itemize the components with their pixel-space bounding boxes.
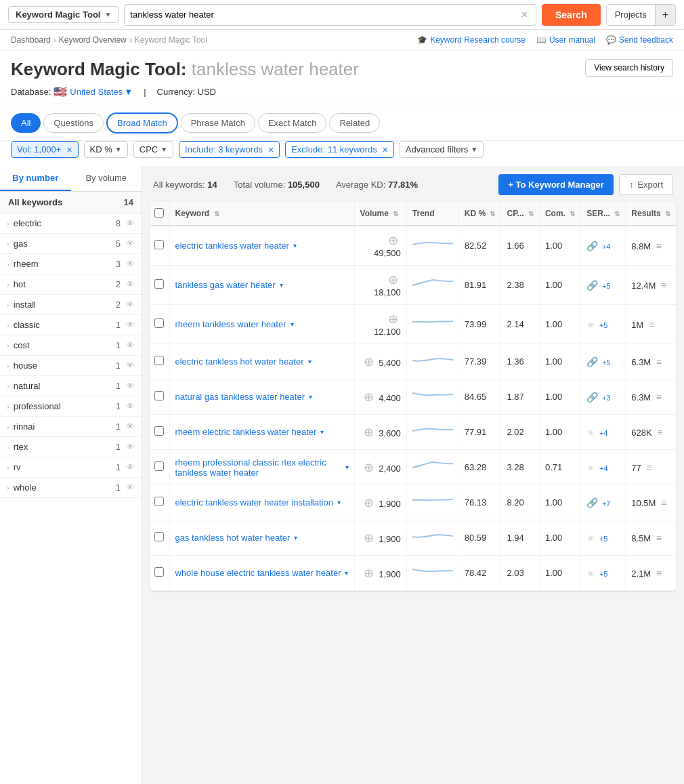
sidebar-item-install[interactable]: › install 2 👁 bbox=[0, 295, 142, 315]
select-all-checkbox[interactable] bbox=[154, 208, 164, 218]
eye-icon[interactable]: 👁 bbox=[126, 442, 135, 452]
sidebar-item-rtex[interactable]: › rtex 1 👁 bbox=[0, 437, 142, 457]
keyword-dropdown-icon[interactable]: ▾ bbox=[280, 281, 283, 289]
add-keyword-button[interactable]: ⊕ bbox=[364, 566, 374, 580]
keyword-link[interactable]: rheem tankless water heater bbox=[175, 319, 286, 329]
row-checkbox[interactable] bbox=[154, 532, 164, 541]
sidebar-item-whole[interactable]: › whole 1 👁 bbox=[0, 478, 142, 498]
sidebar-item-professional[interactable]: › professional 1 👁 bbox=[0, 396, 142, 417]
tab-related[interactable]: Related bbox=[329, 113, 380, 133]
sidebar-item-rheem[interactable]: › rheem 3 👁 bbox=[0, 254, 142, 274]
breadcrumb-keyword-overview[interactable]: Keyword Overview bbox=[59, 35, 127, 45]
eye-icon[interactable]: 👁 bbox=[126, 259, 135, 269]
serp-extra-badge[interactable]: +4 bbox=[599, 464, 608, 472]
clear-search-button[interactable]: × bbox=[519, 9, 530, 21]
keyword-link[interactable]: tankless gas water heater bbox=[175, 280, 276, 290]
sidebar-item-hot[interactable]: › hot 2 👁 bbox=[0, 274, 142, 295]
row-checkbox[interactable] bbox=[154, 356, 164, 365]
view-history-button[interactable]: View search history bbox=[585, 59, 673, 77]
keyword-dropdown-icon[interactable]: ▾ bbox=[309, 393, 312, 400]
th-com[interactable]: Com. ⇅ bbox=[539, 202, 580, 226]
send-feedback-link[interactable]: 💬 Send feedback bbox=[606, 35, 673, 45]
serp-extra-badge[interactable]: +5 bbox=[599, 535, 608, 543]
add-keyword-button[interactable]: ⊕ bbox=[388, 234, 398, 247]
add-to-manager-button[interactable]: + To Keyword Manager bbox=[498, 174, 614, 195]
row-checkbox[interactable] bbox=[154, 391, 164, 400]
keyword-link[interactable]: rheem professional classic rtex electric… bbox=[175, 457, 341, 478]
eye-icon[interactable]: 👁 bbox=[126, 218, 135, 228]
add-keyword-button[interactable]: ⊕ bbox=[364, 390, 374, 404]
serp-extra-badge[interactable]: +7 bbox=[602, 499, 611, 508]
th-volume[interactable]: Volume ⇅ bbox=[354, 202, 406, 226]
keyword-link[interactable]: gas tankless hot water heater bbox=[175, 533, 291, 543]
eye-icon[interactable]: 👁 bbox=[126, 239, 135, 249]
vol-filter-clear-icon[interactable]: × bbox=[66, 145, 72, 154]
eye-icon[interactable]: 👁 bbox=[126, 462, 135, 472]
keyword-dropdown-icon[interactable]: ▾ bbox=[345, 463, 349, 471]
add-keyword-button[interactable]: ⊕ bbox=[364, 426, 374, 439]
eye-icon[interactable]: 👁 bbox=[126, 320, 135, 330]
sidebar-item-gas[interactable]: › gas 5 👁 bbox=[0, 234, 142, 254]
add-keyword-button[interactable]: ⊕ bbox=[364, 355, 374, 369]
add-keyword-button[interactable]: ⊕ bbox=[364, 461, 374, 474]
sidebar-item-cost[interactable]: › cost 1 👁 bbox=[0, 335, 142, 356]
th-ser[interactable]: SER... ⇅ bbox=[581, 202, 626, 226]
sidebar-item-house[interactable]: › house 1 👁 bbox=[0, 356, 142, 376]
projects-label[interactable]: Projects bbox=[607, 4, 655, 26]
exclude-filter-clear-icon[interactable]: × bbox=[383, 145, 388, 154]
keyword-research-course-link[interactable]: 🎓 Keyword Research course bbox=[417, 35, 526, 45]
row-checkbox[interactable] bbox=[154, 240, 164, 249]
cpc-filter[interactable]: CPC ▼ bbox=[133, 141, 173, 158]
include-filter-clear-icon[interactable]: × bbox=[268, 145, 274, 154]
kd-filter[interactable]: KD % ▼ bbox=[84, 141, 128, 158]
add-keyword-button[interactable]: ⊕ bbox=[364, 496, 374, 510]
tab-questions[interactable]: Questions bbox=[43, 113, 104, 133]
keyword-link[interactable]: whole house electric tankless water heat… bbox=[175, 568, 341, 578]
eye-icon[interactable]: 👁 bbox=[126, 401, 135, 411]
serp-extra-badge[interactable]: +5 bbox=[599, 321, 608, 329]
export-button[interactable]: ↑ Export bbox=[619, 174, 673, 195]
keyword-dropdown-icon[interactable]: ▾ bbox=[320, 428, 324, 436]
th-results[interactable]: Results ⇅ bbox=[626, 202, 676, 226]
user-manual-link[interactable]: 📖 User manual bbox=[536, 35, 595, 45]
sidebar-item-rinnai[interactable]: › rinnai 1 👁 bbox=[0, 417, 142, 437]
add-keyword-button[interactable]: ⊕ bbox=[364, 531, 374, 545]
sidebar-item-electric[interactable]: › electric 8 👁 bbox=[0, 213, 142, 234]
th-kd[interactable]: KD % ⇅ bbox=[458, 202, 501, 226]
eye-icon[interactable]: 👁 bbox=[126, 300, 135, 310]
sidebar-item-rv[interactable]: › rv 1 👁 bbox=[0, 457, 142, 478]
row-checkbox[interactable] bbox=[154, 567, 164, 577]
add-keyword-button[interactable]: ⊕ bbox=[388, 273, 398, 287]
serp-extra-badge[interactable]: +5 bbox=[599, 570, 608, 578]
database-link[interactable]: United States ▼ bbox=[70, 87, 133, 97]
eye-icon[interactable]: 👁 bbox=[126, 340, 135, 350]
keyword-link[interactable]: electric tankless hot water heater bbox=[175, 356, 304, 367]
add-keyword-button[interactable]: ⊕ bbox=[388, 312, 398, 326]
exclude-filter[interactable]: Exclude: 11 keywords × bbox=[285, 141, 394, 158]
keyword-dropdown-icon[interactable]: ▾ bbox=[337, 499, 341, 506]
serp-extra-badge[interactable]: +5 bbox=[602, 358, 611, 367]
tab-broad-match[interactable]: Broad Match bbox=[106, 112, 178, 133]
search-input[interactable] bbox=[130, 9, 518, 20]
volume-filter[interactable]: Vol: 1,000+ × bbox=[11, 141, 79, 158]
keyword-dropdown-icon[interactable]: ▾ bbox=[345, 569, 348, 577]
search-button[interactable]: Search bbox=[542, 4, 601, 26]
breadcrumb-dashboard[interactable]: Dashboard bbox=[11, 35, 51, 45]
eye-icon[interactable]: 👁 bbox=[126, 482, 135, 493]
th-keyword[interactable]: Keyword ⇅ bbox=[169, 202, 354, 226]
keyword-dropdown-icon[interactable]: ▾ bbox=[291, 321, 294, 328]
sidebar-item-natural[interactable]: › natural 1 👁 bbox=[0, 376, 142, 396]
eye-icon[interactable]: 👁 bbox=[126, 421, 135, 432]
include-filter[interactable]: Include: 3 keywords × bbox=[179, 141, 280, 158]
keyword-link[interactable]: electric tankless water heater installat… bbox=[175, 497, 333, 508]
serp-extra-badge[interactable]: +5 bbox=[602, 282, 611, 290]
keyword-link[interactable]: electric tankless water heater bbox=[175, 241, 289, 251]
serp-extra-badge[interactable]: +4 bbox=[599, 429, 608, 437]
keyword-dropdown-icon[interactable]: ▾ bbox=[308, 358, 312, 365]
serp-extra-badge[interactable]: +3 bbox=[602, 394, 611, 402]
tab-all[interactable]: All bbox=[11, 113, 41, 133]
row-checkbox[interactable] bbox=[154, 461, 164, 471]
sidebar-item-classic[interactable]: › classic 1 👁 bbox=[0, 315, 142, 335]
tool-selector[interactable]: Keyword Magic Tool ▼ bbox=[8, 6, 119, 23]
row-checkbox[interactable] bbox=[154, 318, 164, 328]
